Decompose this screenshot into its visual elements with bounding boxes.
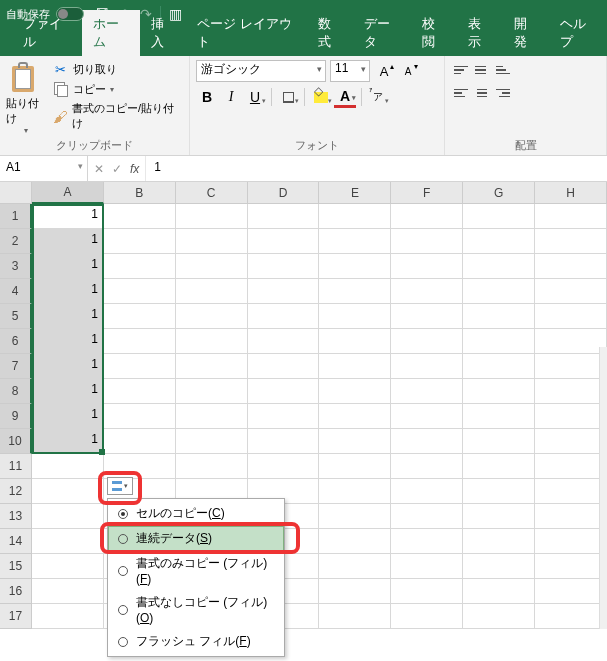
tab-view[interactable]: 表示	[457, 10, 503, 56]
row-header-9[interactable]: 9	[0, 404, 32, 429]
cell-E12[interactable]	[319, 479, 391, 504]
cell-B7[interactable]	[104, 354, 176, 379]
redo-icon[interactable]: ↷	[138, 6, 154, 22]
cell-F9[interactable]	[391, 404, 463, 429]
cell-E1[interactable]	[319, 204, 391, 229]
cell-A13[interactable]	[32, 504, 104, 529]
enter-formula-icon[interactable]: ✓	[112, 162, 122, 176]
cell-E13[interactable]	[319, 504, 391, 529]
autofill-options-button[interactable]: ▾	[107, 477, 133, 495]
format-painter-button[interactable]: 🖌 書式のコピー/貼り付け	[51, 100, 183, 132]
cell-F2[interactable]	[391, 229, 463, 254]
cell-G14[interactable]	[463, 529, 535, 554]
font-name-select[interactable]: 游ゴシック	[196, 60, 326, 82]
autofill-menu-item-1[interactable]: 連続データ(S)	[108, 526, 284, 551]
tab-developer[interactable]: 開発	[503, 10, 549, 56]
cell-G12[interactable]	[463, 479, 535, 504]
cell-F6[interactable]	[391, 329, 463, 354]
row-header-12[interactable]: 12	[0, 479, 32, 504]
formula-input[interactable]: 1	[146, 156, 607, 181]
font-size-select[interactable]: 11	[330, 60, 370, 82]
cell-G3[interactable]	[463, 254, 535, 279]
row-header-6[interactable]: 6	[0, 329, 32, 354]
copy-button[interactable]: コピー ▾	[51, 80, 183, 98]
cell-B10[interactable]	[104, 429, 176, 454]
autofill-menu-item-2[interactable]: 書式のみコピー (フィル)(F)	[108, 551, 284, 590]
cell-E17[interactable]	[319, 604, 391, 629]
tab-data[interactable]: データ	[353, 10, 411, 56]
cell-C9[interactable]	[176, 404, 248, 429]
cell-D11[interactable]	[248, 454, 320, 479]
cell-C11[interactable]	[176, 454, 248, 479]
cell-D7[interactable]	[248, 354, 320, 379]
tab-page-layout[interactable]: ページ レイアウト	[186, 10, 307, 56]
cell-F10[interactable]	[391, 429, 463, 454]
cell-E15[interactable]	[319, 554, 391, 579]
cell-F17[interactable]	[391, 604, 463, 629]
cell-G15[interactable]	[463, 554, 535, 579]
row-header-7[interactable]: 7	[0, 354, 32, 379]
cell-B5[interactable]	[104, 304, 176, 329]
cell-F5[interactable]	[391, 304, 463, 329]
cell-G1[interactable]	[463, 204, 535, 229]
font-color-button[interactable]: A▾	[334, 86, 356, 108]
cell-G17[interactable]	[463, 604, 535, 629]
cell-A11[interactable]	[32, 454, 104, 479]
halign-right-button[interactable]	[493, 83, 513, 103]
row-header-3[interactable]: 3	[0, 254, 32, 279]
cell-C5[interactable]	[176, 304, 248, 329]
cell-G8[interactable]	[463, 379, 535, 404]
row-header-8[interactable]: 8	[0, 379, 32, 404]
cell-H6[interactable]	[535, 329, 607, 354]
grow-font-button[interactable]: A▴	[374, 60, 394, 82]
bold-button[interactable]: B	[196, 86, 218, 108]
cell-D4[interactable]	[248, 279, 320, 304]
cell-F3[interactable]	[391, 254, 463, 279]
cell-H12[interactable]	[535, 479, 607, 504]
valign-bottom-button[interactable]	[493, 60, 513, 80]
cell-D8[interactable]	[248, 379, 320, 404]
cell-B2[interactable]	[104, 229, 176, 254]
underline-button[interactable]: U▾	[244, 86, 266, 108]
cell-E14[interactable]	[319, 529, 391, 554]
cell-G16[interactable]	[463, 579, 535, 604]
row-header-2[interactable]: 2	[0, 229, 32, 254]
col-header-C[interactable]: C	[176, 182, 248, 204]
cancel-formula-icon[interactable]: ✕	[94, 162, 104, 176]
row-header-15[interactable]: 15	[0, 554, 32, 579]
row-header-1[interactable]: 1	[0, 204, 32, 229]
col-header-F[interactable]: F	[391, 182, 463, 204]
select-all-corner[interactable]	[0, 182, 32, 204]
row-header-10[interactable]: 10	[0, 429, 32, 454]
row-header-11[interactable]: 11	[0, 454, 32, 479]
cell-B3[interactable]	[104, 254, 176, 279]
name-box[interactable]: A1	[0, 156, 88, 181]
cell-G2[interactable]	[463, 229, 535, 254]
col-header-E[interactable]: E	[319, 182, 391, 204]
cell-H14[interactable]	[535, 529, 607, 554]
halign-center-button[interactable]	[472, 83, 492, 103]
cell-F13[interactable]	[391, 504, 463, 529]
cell-A12[interactable]	[32, 479, 104, 504]
cell-A14[interactable]	[32, 529, 104, 554]
tab-review[interactable]: 校閲	[411, 10, 457, 56]
cell-E2[interactable]	[319, 229, 391, 254]
cell-H7[interactable]	[535, 354, 607, 379]
row-header-5[interactable]: 5	[0, 304, 32, 329]
col-header-B[interactable]: B	[104, 182, 176, 204]
cell-A5[interactable]: 1	[32, 304, 104, 329]
cell-F12[interactable]	[391, 479, 463, 504]
cell-C10[interactable]	[176, 429, 248, 454]
cell-H16[interactable]	[535, 579, 607, 604]
cell-F7[interactable]	[391, 354, 463, 379]
row-header-17[interactable]: 17	[0, 604, 32, 629]
cell-A3[interactable]: 1	[32, 254, 104, 279]
tab-formulas[interactable]: 数式	[307, 10, 353, 56]
cell-H10[interactable]	[535, 429, 607, 454]
cell-A4[interactable]: 1	[32, 279, 104, 304]
worksheet-grid[interactable]: ABCDEFGH11213141516171819110111121314151…	[0, 182, 607, 629]
cell-A16[interactable]	[32, 579, 104, 604]
cell-H9[interactable]	[535, 404, 607, 429]
cell-E7[interactable]	[319, 354, 391, 379]
cell-A9[interactable]: 1	[32, 404, 104, 429]
